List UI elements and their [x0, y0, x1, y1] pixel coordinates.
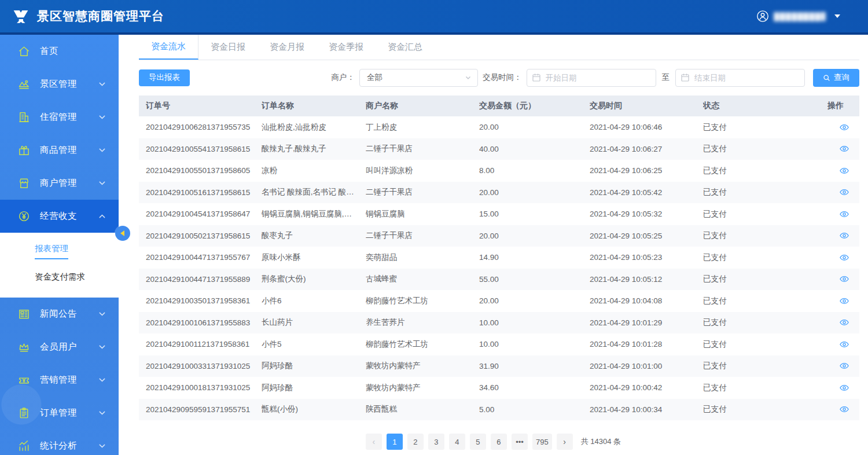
order-no: 202104291004471371955889	[146, 275, 262, 284]
amount: 31.90	[479, 362, 590, 370]
sidebar-item-5[interactable]: 商户管理	[0, 167, 119, 200]
order-no: 202104290959591371955751	[146, 405, 262, 414]
merchant-name: 二锤子干果店	[366, 144, 479, 154]
sidebar-item-7[interactable]: 新闻公告	[0, 298, 119, 331]
time-filter-label: 交易时间：	[483, 72, 522, 83]
goods-icon	[17, 144, 31, 157]
order-icon	[17, 406, 31, 420]
export-report-button[interactable]: 导出报表	[139, 69, 190, 86]
column-header: 状态	[703, 101, 827, 111]
view-detail-eye-icon[interactable]	[839, 252, 849, 263]
prev-page-button[interactable]: ‹	[366, 434, 382, 450]
status-text: 已支付	[703, 209, 827, 219]
page-button-1[interactable]: 1	[387, 434, 403, 450]
tab-bar: 资金流水资金日报资金月报资金季报资金汇总	[139, 35, 859, 60]
merchant-name: 柳韵藤竹艺术工坊	[366, 339, 479, 350]
sidebar-item-2[interactable]: 景区管理	[0, 68, 119, 101]
table-row: 202104291004541371958647铜锅豆腐脑,铜锅豆腐脑,铜锅..…	[139, 203, 859, 225]
page-button-4[interactable]: 4	[449, 434, 465, 450]
page-button-3[interactable]: 3	[428, 434, 444, 450]
operation-cell	[827, 339, 861, 350]
view-detail-eye-icon[interactable]	[839, 383, 849, 393]
sidebar-item-9[interactable]: 营销管理	[0, 364, 119, 397]
start-date-input[interactable]	[527, 69, 656, 87]
page-button-2[interactable]: 2	[407, 434, 424, 450]
view-detail-eye-icon[interactable]	[839, 166, 849, 176]
view-detail-eye-icon[interactable]	[839, 317, 849, 328]
view-detail-eye-icon[interactable]	[839, 144, 849, 154]
table-body: 202104291006281371955735汕批粉皮,汕批粉皮丁上粉皮20.…	[139, 116, 859, 420]
sidebar-item-3[interactable]: 住宿管理	[0, 101, 119, 134]
status-text: 已支付	[703, 274, 827, 284]
submenu-item[interactable]: 报表管理	[0, 238, 119, 264]
column-header: 交易时间	[590, 101, 703, 111]
view-detail-eye-icon[interactable]	[839, 209, 849, 219]
tab-5[interactable]: 资金汇总	[376, 35, 435, 60]
order-no: 202104291000331371931025	[146, 362, 262, 370]
view-detail-eye-icon[interactable]	[839, 339, 849, 350]
tab-1[interactable]: 资金流水	[139, 35, 198, 60]
user-menu[interactable]: ████████▊	[756, 10, 868, 23]
operation-cell	[827, 404, 861, 414]
pagination-total: 共 14304 条	[581, 436, 621, 447]
view-detail-eye-icon[interactable]	[839, 296, 849, 306]
operation-cell	[827, 361, 861, 371]
operation-cell	[827, 230, 861, 241]
end-date-input[interactable]	[675, 69, 805, 87]
sidebar-item-4[interactable]: 商品管理	[0, 134, 119, 167]
sidebar-item-8[interactable]: 会员用户	[0, 331, 119, 364]
amount: 10.00	[479, 340, 590, 348]
amount: 10.00	[479, 318, 590, 327]
search-icon	[823, 74, 830, 82]
app-logo-icon	[10, 6, 31, 27]
operation-cell	[827, 252, 861, 263]
trade-time: 2021-04-29 10:04:08	[590, 296, 703, 305]
view-detail-eye-icon[interactable]	[839, 361, 849, 371]
view-detail-eye-icon[interactable]	[839, 122, 849, 133]
sidebar-item-1[interactable]: 首页	[0, 35, 119, 68]
column-header: 商户名称	[366, 101, 479, 111]
tab-4[interactable]: 资金季报	[317, 35, 376, 60]
sidebar-item-11[interactable]: 统计分析	[0, 430, 119, 455]
page-button-6[interactable]: 6	[491, 434, 507, 450]
table-row: 202104290959591371955751甑糕(小份)陕西甑糕5.0020…	[139, 399, 859, 421]
sidebar-item-10[interactable]: 订单管理	[0, 397, 119, 430]
trade-time: 2021-04-29 10:06:25	[590, 166, 703, 175]
table-row: 202104291001061371955883长山药片养生苦荞片10.0020…	[139, 312, 859, 334]
tab-3[interactable]: 资金月报	[258, 35, 317, 60]
sidebar-item-label: 会员用户	[40, 341, 77, 353]
trade-time: 2021-04-29 10:01:00	[590, 362, 703, 370]
sidebar-collapse-button[interactable]	[115, 226, 130, 241]
page-button-5[interactable]: 5	[470, 434, 486, 450]
query-button[interactable]: 查询	[813, 69, 859, 87]
sidebar-item-6[interactable]: 经营收支	[0, 200, 119, 233]
order-name: 凉粉	[262, 166, 366, 176]
calendar-icon	[532, 73, 541, 82]
order-no: 202104291000181371931025	[146, 383, 262, 392]
operation-cell	[827, 166, 861, 176]
merchant-select[interactable]: 全部	[359, 69, 478, 87]
sidebar-item-label: 新闻公告	[40, 308, 77, 320]
view-detail-eye-icon[interactable]	[839, 230, 849, 241]
operation-cell	[827, 317, 861, 328]
status-text: 已支付	[703, 144, 827, 154]
tab-2[interactable]: 资金日报	[198, 35, 258, 60]
submenu-item-label: 资金支付需求	[35, 271, 119, 282]
merchant-name: 二锤子干果店	[366, 187, 479, 197]
next-page-button[interactable]: ›	[557, 434, 573, 450]
chevron-down-icon	[465, 74, 472, 81]
order-no: 202104291003501371958361	[146, 296, 262, 305]
main-content: 资金流水资金日报资金月报资金季报资金汇总 导出报表 商户： 全部 交易时间： 至	[119, 35, 868, 455]
order-no: 202104291006281371955735	[146, 123, 262, 131]
order-no: 202104291005161371958615	[146, 188, 262, 197]
view-detail-eye-icon[interactable]	[839, 404, 849, 414]
page-button-795[interactable]: 795	[532, 434, 552, 450]
submenu-item[interactable]: 资金支付需求	[0, 264, 119, 289]
view-detail-eye-icon[interactable]	[839, 187, 849, 197]
order-no: 202104291004471371955767	[146, 253, 262, 262]
view-detail-eye-icon[interactable]	[839, 274, 849, 284]
status-text: 已支付	[703, 383, 827, 393]
order-name: 名书记 酸辣面,名书记 酸辣面	[262, 187, 366, 197]
user-name-blurred: ████████▊	[774, 12, 827, 21]
pagination-ellipsis[interactable]: •••	[512, 434, 528, 450]
